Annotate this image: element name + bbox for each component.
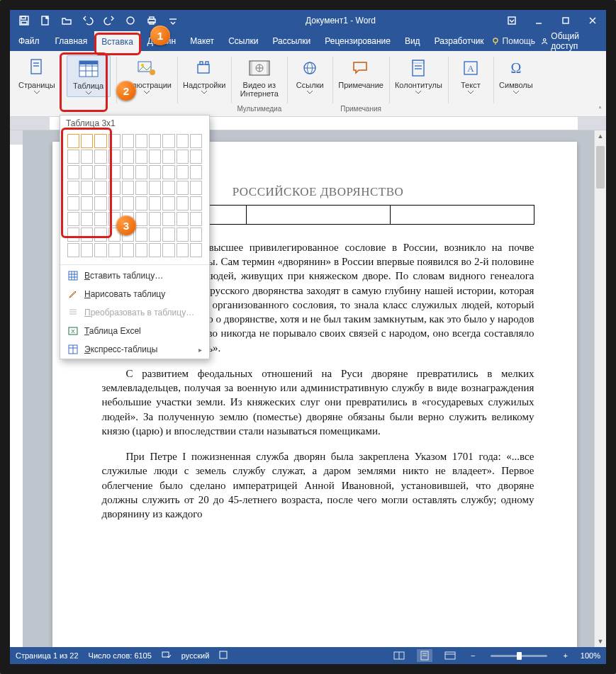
table-grid-cell[interactable] xyxy=(108,165,121,179)
table-button[interactable]: Таблица xyxy=(67,55,111,97)
view-read-mode-button[interactable] xyxy=(391,649,407,662)
table-grid-cell[interactable] xyxy=(108,134,121,148)
table-grid-cell[interactable] xyxy=(67,212,79,226)
table-grid-cell[interactable] xyxy=(149,228,161,242)
comment-button[interactable]: Примечание xyxy=(338,55,383,89)
table-grid-cell[interactable] xyxy=(162,165,174,179)
addins-button[interactable]: Надстройки xyxy=(183,55,225,94)
table-grid-cell[interactable] xyxy=(94,150,106,164)
maximize-button[interactable] xyxy=(552,10,579,31)
zoom-out-button[interactable]: − xyxy=(468,651,478,660)
share-button[interactable]: Общий доступ xyxy=(541,31,600,51)
table-grid-cell[interactable] xyxy=(149,165,161,179)
tab-view[interactable]: Вид xyxy=(398,31,427,51)
table-grid-cell[interactable] xyxy=(149,181,161,195)
table-grid-cell[interactable] xyxy=(177,243,189,257)
redo-button[interactable] xyxy=(99,11,119,30)
table-grid-cell[interactable] xyxy=(135,165,147,179)
status-page[interactable]: Страница 1 из 22 xyxy=(16,651,79,660)
table-grid-cell[interactable] xyxy=(177,181,189,195)
table-grid-cell[interactable] xyxy=(122,243,134,257)
tab-developer[interactable]: Разработчик xyxy=(427,31,491,51)
table-grid-cell[interactable] xyxy=(81,165,93,179)
table-grid-cell[interactable] xyxy=(162,243,174,257)
tab-insert[interactable]: Вставка xyxy=(94,31,140,51)
table-grid-cell[interactable] xyxy=(162,150,174,164)
links-button[interactable]: Ссылки xyxy=(293,55,327,94)
table-grid-cell[interactable] xyxy=(135,181,147,195)
table-grid-cell[interactable] xyxy=(149,134,161,148)
table-grid-cell[interactable] xyxy=(81,212,93,226)
vertical-ruler[interactable] xyxy=(10,130,23,647)
tab-references[interactable]: Ссылки xyxy=(221,31,265,51)
qat-touch-button[interactable] xyxy=(121,11,140,30)
table-grid-cell[interactable] xyxy=(135,212,147,226)
ribbon-display-options-button[interactable] xyxy=(498,10,525,31)
table-grid-cell[interactable] xyxy=(177,196,189,210)
table-grid-cell[interactable] xyxy=(122,196,134,210)
tab-file[interactable]: Файл xyxy=(10,31,48,51)
table-grid-cell[interactable] xyxy=(67,228,79,242)
table-grid-cell[interactable] xyxy=(162,196,174,210)
table-grid-cell[interactable] xyxy=(177,212,189,226)
symbols-button[interactable]: Ω Символы xyxy=(499,55,533,94)
minimize-button[interactable] xyxy=(525,10,552,31)
scroll-up-button[interactable]: ▲ xyxy=(595,130,606,142)
draw-table-menuitem[interactable]: Нарисовать таблицу xyxy=(60,285,209,303)
table-grid-cell[interactable] xyxy=(135,196,147,210)
table-grid-cell[interactable] xyxy=(149,243,161,257)
undo-button[interactable] xyxy=(78,11,98,30)
headerfooter-button[interactable]: Колонтитулы xyxy=(395,55,442,94)
table-size-grid[interactable] xyxy=(60,131,209,263)
quick-tables-menuitem[interactable]: Экспресс-таблицы ▸ xyxy=(60,340,209,359)
table-grid-cell[interactable] xyxy=(94,212,106,226)
table-grid-cell[interactable] xyxy=(190,165,202,179)
status-spellcheck-icon[interactable] xyxy=(162,651,172,661)
close-button[interactable] xyxy=(579,10,606,31)
table-grid-cell[interactable] xyxy=(122,134,134,148)
table-grid-cell[interactable] xyxy=(177,228,189,242)
zoom-level[interactable]: 100% xyxy=(581,651,600,660)
status-language[interactable]: русский xyxy=(181,651,209,660)
scroll-down-button[interactable]: ▼ xyxy=(595,636,606,647)
table-grid-cell[interactable] xyxy=(81,150,93,164)
view-print-layout-button[interactable] xyxy=(417,649,432,662)
table-grid-cell[interactable] xyxy=(108,181,121,195)
table-grid-cell[interactable] xyxy=(177,134,189,148)
table-grid-cell[interactable] xyxy=(67,181,79,195)
table-grid-cell[interactable] xyxy=(67,134,79,148)
table-grid-cell[interactable] xyxy=(94,134,106,148)
table-grid-cell[interactable] xyxy=(81,134,93,148)
excel-spreadsheet-menuitem[interactable]: X Таблица Excel xyxy=(60,322,209,340)
table-grid-cell[interactable] xyxy=(122,181,134,195)
table-grid-cell[interactable] xyxy=(190,228,202,242)
tell-me-input[interactable]: Помощь xyxy=(491,36,535,46)
table-grid-cell[interactable] xyxy=(190,196,202,210)
table-grid-cell[interactable] xyxy=(162,181,174,195)
table-grid-cell[interactable] xyxy=(135,228,147,242)
tab-review[interactable]: Рецензирование xyxy=(318,31,398,51)
insert-table-menuitem[interactable]: Вставить таблицу… xyxy=(60,266,209,285)
table-grid-cell[interactable] xyxy=(108,243,121,257)
vertical-scrollbar[interactable]: ▲ ▼ xyxy=(594,130,606,647)
status-macro-icon[interactable] xyxy=(219,651,228,661)
table-grid-cell[interactable] xyxy=(190,181,202,195)
tab-home[interactable]: Главная xyxy=(48,31,95,51)
zoom-in-button[interactable]: + xyxy=(560,651,570,660)
table-grid-cell[interactable] xyxy=(135,134,147,148)
table-grid-cell[interactable] xyxy=(67,243,79,257)
table-grid-cell[interactable] xyxy=(190,212,202,226)
table-grid-cell[interactable] xyxy=(149,196,161,210)
table-grid-cell[interactable] xyxy=(162,228,174,242)
qat-open-button[interactable] xyxy=(57,11,77,30)
tab-mailings[interactable]: Рассылки xyxy=(265,31,318,51)
status-words[interactable]: Число слов: 6105 xyxy=(89,651,152,660)
table-grid-cell[interactable] xyxy=(122,165,134,179)
table-grid-cell[interactable] xyxy=(67,165,79,179)
tab-layout[interactable]: Макет xyxy=(183,31,221,51)
table-grid-cell[interactable] xyxy=(81,196,93,210)
scroll-thumb[interactable] xyxy=(596,146,605,189)
table-grid-cell[interactable] xyxy=(94,165,106,179)
table-grid-cell[interactable] xyxy=(162,212,174,226)
table-grid-cell[interactable] xyxy=(149,212,161,226)
